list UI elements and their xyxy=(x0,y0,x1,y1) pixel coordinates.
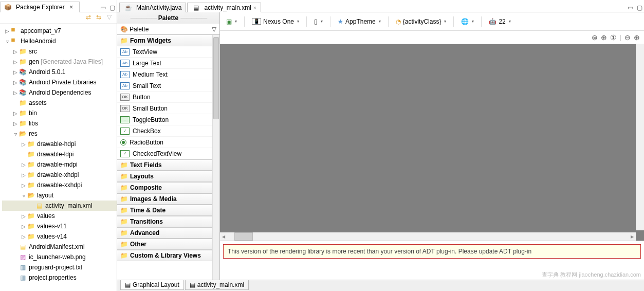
zoom-fit-icon[interactable]: ⊜ xyxy=(592,33,598,42)
tree-node[interactable]: ▥project.properties xyxy=(2,272,117,283)
expander-icon[interactable]: ▷ xyxy=(21,234,27,240)
maximize-view-icon[interactable]: ▢ xyxy=(108,4,116,12)
expander-icon[interactable]: ▷ xyxy=(12,49,19,54)
palette-item[interactable]: RadioButton xyxy=(117,137,212,148)
tree-node[interactable]: ▷📁values-v11 xyxy=(2,221,117,231)
tree-node[interactable]: ▤activity_main.xml xyxy=(2,201,117,211)
collapse-all-icon[interactable]: ⇄ xyxy=(85,13,92,21)
expander-icon[interactable]: ▷ xyxy=(12,90,19,96)
editor-minimize-icon[interactable]: ▭ xyxy=(626,4,634,12)
canvas-vscrollbar[interactable] xyxy=(636,44,644,230)
orientation-button[interactable]: ▯▾ xyxy=(312,17,325,26)
theme-selector[interactable]: ★AppTheme▾ xyxy=(336,17,383,26)
tree-node[interactable]: ▷📁values-v14 xyxy=(2,231,117,242)
palette-category[interactable]: 📁Layouts xyxy=(117,171,212,182)
tree-node[interactable]: ▷📁src xyxy=(2,46,117,57)
palette-item[interactable]: –ToggleButton xyxy=(117,114,212,125)
palette-combo-icon: 🎨 xyxy=(120,26,127,33)
xml-icon: ▤ xyxy=(35,202,43,209)
palette-item[interactable]: AbSmall Text xyxy=(117,80,212,92)
proj-icon: ◆ xyxy=(9,25,20,36)
expander-icon[interactable]: ▷ xyxy=(12,80,19,85)
tree-node[interactable]: ▷📁drawable-mdpi xyxy=(2,159,117,170)
package-explorer-tab[interactable]: 📦 Package Explorer × xyxy=(0,2,80,12)
device-selector[interactable]: 📱Nexus One▾ xyxy=(250,17,301,26)
palette-item[interactable]: OKSmall Button xyxy=(117,103,212,114)
minimize-view-icon[interactable]: ▭ xyxy=(99,4,107,12)
tree-node[interactable]: ▷📁drawable-xhdpi xyxy=(2,170,117,180)
bottom-tab[interactable]: ▤Graphical Layout xyxy=(120,280,184,290)
palette-item[interactable]: ✓CheckBox xyxy=(117,125,212,137)
expander-icon[interactable]: ▷ xyxy=(21,162,27,168)
expander-icon[interactable]: ▷ xyxy=(21,183,27,188)
palette-item[interactable]: AbTextView xyxy=(117,46,212,58)
project-tree[interactable]: ▷◆appcompat_v7▿◆HelloAndroid▷📁src▷📁gen [… xyxy=(0,24,117,291)
tree-node[interactable]: ▷📁values xyxy=(2,211,117,221)
canvas-config-button[interactable]: ▣▾ xyxy=(224,17,239,26)
palette-scrollbar[interactable] xyxy=(212,35,219,280)
tree-node[interactable]: ▷◆appcompat_v7 xyxy=(2,26,117,36)
palette-item[interactable]: OKButton xyxy=(117,92,212,103)
view-menu-icon[interactable]: ▽ xyxy=(105,13,113,21)
palette-category[interactable]: 📁Form Widgets xyxy=(117,35,212,46)
palette-category[interactable]: 📁Text Fields xyxy=(117,159,212,171)
expander-icon[interactable]: ▷ xyxy=(21,172,27,178)
palette-category[interactable]: 📁Images & Media xyxy=(117,193,212,205)
zoom-out-icon[interactable]: ⊖ xyxy=(624,33,631,42)
bottom-tab[interactable]: ▤activity_main.xml xyxy=(185,280,249,290)
tree-node[interactable]: ▷📚Android Dependencies xyxy=(2,87,117,98)
expander-icon[interactable]: ▷ xyxy=(12,59,19,65)
api-selector[interactable]: 🤖22▾ xyxy=(487,17,512,26)
tree-node[interactable]: ▤AndroidManifest.xml xyxy=(2,242,117,252)
palette-category[interactable]: 📁Advanced xyxy=(117,227,212,239)
activity-selector[interactable]: ◔{activityClass}▾ xyxy=(394,17,449,26)
close-tab-icon[interactable]: × xyxy=(253,5,256,11)
canvas-hscrollbar[interactable] xyxy=(220,232,636,241)
palette-category[interactable]: 📁Other xyxy=(117,239,212,250)
palette-category[interactable]: 📁Custom & Library Views xyxy=(117,250,212,261)
tree-node[interactable]: ▷📁gen [Generated Java Files] xyxy=(2,57,117,67)
zoom-in-icon[interactable]: ⊕ xyxy=(634,33,640,42)
tree-node[interactable]: ▷📁drawable-xxhdpi xyxy=(2,180,117,190)
tree-node[interactable]: ▷📚Android 5.0.1 xyxy=(2,67,117,77)
palette-category-combo[interactable]: 🎨 Palette ▽ xyxy=(117,24,219,35)
palette-item[interactable]: AbLarge Text xyxy=(117,58,212,69)
tree-node[interactable]: ▨ic_launcher-web.png xyxy=(2,252,117,262)
close-view-icon[interactable]: × xyxy=(67,3,76,11)
editor-tab[interactable]: ☕MainActivity.java xyxy=(119,3,186,12)
link-editor-icon[interactable]: ⇆ xyxy=(95,13,102,21)
expander-icon[interactable]: ▷ xyxy=(21,213,27,219)
expander-icon[interactable]: ▷ xyxy=(21,141,27,147)
tree-node[interactable]: ▥proguard-project.txt xyxy=(2,262,117,272)
expander-icon[interactable]: ▿ xyxy=(21,193,27,198)
canvas-hscroll-thumb[interactable] xyxy=(234,232,253,241)
tree-label: src xyxy=(29,48,37,55)
tree-node[interactable]: ▿◆HelloAndroid xyxy=(2,36,117,46)
palette-item[interactable]: ✓CheckedTextView xyxy=(117,148,212,159)
tree-node[interactable]: ▷📁libs xyxy=(2,118,117,129)
tree-node[interactable]: 📁drawable-ldpi xyxy=(2,149,117,159)
expander-icon[interactable]: ▷ xyxy=(12,111,19,116)
tree-label: Android 5.0.1 xyxy=(29,68,65,76)
tree-node[interactable]: 📁assets xyxy=(2,98,117,108)
layout-canvas[interactable] xyxy=(220,44,644,241)
locale-selector[interactable]: 🌐▾ xyxy=(459,17,476,26)
zoom-real-icon[interactable]: ⊕ xyxy=(601,33,607,42)
tree-node[interactable]: ▿📂layout xyxy=(2,190,117,201)
expander-icon[interactable]: ▷ xyxy=(12,121,19,126)
expander-icon[interactable]: ▷ xyxy=(21,224,27,229)
palette-item[interactable]: AbMedium Text xyxy=(117,69,212,80)
editor-maximize-icon[interactable]: ▢ xyxy=(635,4,643,12)
tree-node[interactable]: ▷📚Android Private Libraries xyxy=(2,77,117,87)
zoom-100-icon[interactable]: ① xyxy=(610,33,617,42)
palette-category[interactable]: 📁Transitions xyxy=(117,216,212,227)
palette-category[interactable]: 📁Composite xyxy=(117,182,212,193)
palette-scroll-thumb[interactable] xyxy=(213,37,219,119)
tree-node[interactable]: ▷📁drawable-hdpi xyxy=(2,139,117,149)
palette-category[interactable]: 📁Time & Date xyxy=(117,205,212,216)
tree-node[interactable]: ▷📁bin xyxy=(2,108,117,118)
editor-tab[interactable]: ▤activity_main.xml× xyxy=(187,3,261,12)
expander-icon[interactable]: ▷ xyxy=(12,69,19,75)
tree-node[interactable]: ▿📂res xyxy=(2,129,117,139)
expander-icon[interactable]: ▿ xyxy=(12,131,19,137)
